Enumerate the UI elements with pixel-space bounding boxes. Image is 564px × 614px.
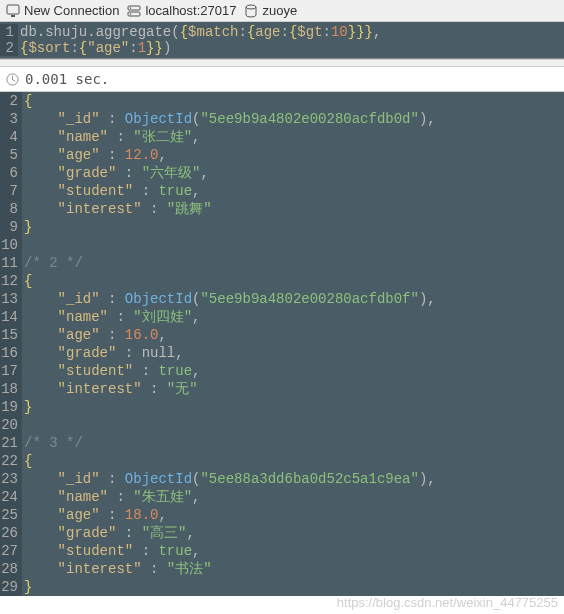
timing-bar: 0.001 sec.: [0, 67, 564, 92]
line-number: 6: [0, 164, 22, 182]
result-line: 9}: [0, 218, 564, 236]
result-line: 29}: [0, 578, 564, 596]
result-code: "name" : "朱五娃",: [22, 488, 200, 506]
result-line: 28 "interest" : "书法": [0, 560, 564, 578]
line-number: 13: [0, 290, 22, 308]
result-code: {: [22, 92, 32, 110]
result-line: 7 "student" : true,: [0, 182, 564, 200]
result-code: "student" : true,: [22, 362, 200, 380]
line-number: 8: [0, 200, 22, 218]
result-line: 10: [0, 236, 564, 254]
svg-rect-0: [7, 5, 19, 14]
line-number: 2: [0, 40, 18, 56]
result-line: 4 "name" : "张二娃",: [0, 128, 564, 146]
host-item[interactable]: localhost:27017: [127, 3, 236, 18]
result-code: "name" : "刘四娃",: [22, 308, 200, 326]
line-number: 3: [0, 110, 22, 128]
result-line: 6 "grade" : "六年级",: [0, 164, 564, 182]
result-line: 19}: [0, 398, 564, 416]
result-line: 22{: [0, 452, 564, 470]
clock-icon: [6, 73, 19, 86]
line-number: 20: [0, 416, 22, 434]
result-code: {: [22, 272, 32, 290]
result-code: "name" : "张二娃",: [22, 128, 200, 146]
result-line: 11/* 2 */: [0, 254, 564, 272]
result-line: 23 "_id" : ObjectId("5ee88a3dd6ba0d52c5a…: [0, 470, 564, 488]
line-number: 29: [0, 578, 22, 596]
result-code: [22, 416, 24, 434]
query-editor[interactable]: 1 db.shuju.aggregate({$match:{age:{$gt:1…: [0, 22, 564, 59]
result-viewer[interactable]: 2{3 "_id" : ObjectId("5ee9b9a4802e00280a…: [0, 92, 564, 596]
line-number: 16: [0, 344, 22, 362]
query-line: 1 db.shuju.aggregate({$match:{age:{$gt:1…: [0, 24, 564, 40]
result-line: 13 "_id" : ObjectId("5ee9b9a4802e00280ac…: [0, 290, 564, 308]
result-line: 16 "grade" : null,: [0, 344, 564, 362]
result-code: "grade" : "高三",: [22, 524, 195, 542]
result-code: }: [22, 398, 32, 416]
line-number: 2: [0, 92, 22, 110]
line-number: 1: [0, 24, 18, 40]
line-number: 15: [0, 326, 22, 344]
result-code: "student" : true,: [22, 542, 200, 560]
svg-point-4: [130, 7, 132, 9]
line-number: 26: [0, 524, 22, 542]
result-line: 27 "student" : true,: [0, 542, 564, 560]
line-number: 23: [0, 470, 22, 488]
result-code: /* 3 */: [22, 434, 83, 452]
new-connection-item[interactable]: New Connection: [6, 3, 119, 18]
db-label: zuoye: [262, 3, 297, 18]
result-code: {: [22, 452, 32, 470]
line-number: 21: [0, 434, 22, 452]
result-code: "interest" : "无": [22, 380, 198, 398]
server-icon: [127, 4, 141, 18]
result-line: 20: [0, 416, 564, 434]
line-number: 5: [0, 146, 22, 164]
result-line: 21/* 3 */: [0, 434, 564, 452]
database-icon: [244, 4, 258, 18]
line-number: 11: [0, 254, 22, 272]
result-line: 14 "name" : "刘四娃",: [0, 308, 564, 326]
svg-point-6: [246, 5, 256, 9]
line-number: 22: [0, 452, 22, 470]
line-number: 24: [0, 488, 22, 506]
query-code: {$sort:{"age":1}}): [18, 40, 171, 56]
result-code: /* 2 */: [22, 254, 83, 272]
db-item[interactable]: zuoye: [244, 3, 297, 18]
result-line: 3 "_id" : ObjectId("5ee9b9a4802e00280acf…: [0, 110, 564, 128]
result-line: 17 "student" : true,: [0, 362, 564, 380]
result-code: "student" : true,: [22, 182, 200, 200]
svg-rect-1: [11, 15, 15, 17]
line-number: 14: [0, 308, 22, 326]
result-code: "grade" : null,: [22, 344, 184, 362]
line-number: 10: [0, 236, 22, 254]
result-code: "_id" : ObjectId("5ee88a3dd6ba0d52c5a1c9…: [22, 470, 436, 488]
result-line: 26 "grade" : "高三",: [0, 524, 564, 542]
line-number: 4: [0, 128, 22, 146]
line-number: 19: [0, 398, 22, 416]
separator: [0, 59, 564, 67]
result-line: 8 "interest" : "跳舞": [0, 200, 564, 218]
host-label: localhost:27017: [145, 3, 236, 18]
result-line: 24 "name" : "朱五娃",: [0, 488, 564, 506]
result-code: "age" : 18.0,: [22, 506, 167, 524]
result-line: 25 "age" : 18.0,: [0, 506, 564, 524]
result-code: }: [22, 218, 32, 236]
result-code: "age" : 16.0,: [22, 326, 167, 344]
watermark-text: https://blog.csdn.net/weixin_44775255: [337, 595, 558, 610]
result-line: 15 "age" : 16.0,: [0, 326, 564, 344]
result-line: 12{: [0, 272, 564, 290]
result-code: "interest" : "跳舞": [22, 200, 212, 218]
result-code: "_id" : ObjectId("5ee9b9a4802e00280acfdb…: [22, 110, 436, 128]
connection-toolbar: New Connection localhost:27017 zuoye: [0, 0, 564, 22]
monitor-icon: [6, 4, 20, 18]
result-line: 18 "interest" : "无": [0, 380, 564, 398]
line-number: 7: [0, 182, 22, 200]
line-number: 9: [0, 218, 22, 236]
result-code: [22, 236, 24, 254]
line-number: 28: [0, 560, 22, 578]
result-code: "age" : 12.0,: [22, 146, 167, 164]
query-code: db.shuju.aggregate({$match:{age:{$gt:10}…: [18, 24, 381, 40]
line-number: 27: [0, 542, 22, 560]
timing-text: 0.001 sec.: [25, 71, 109, 87]
result-code: "interest" : "书法": [22, 560, 212, 578]
